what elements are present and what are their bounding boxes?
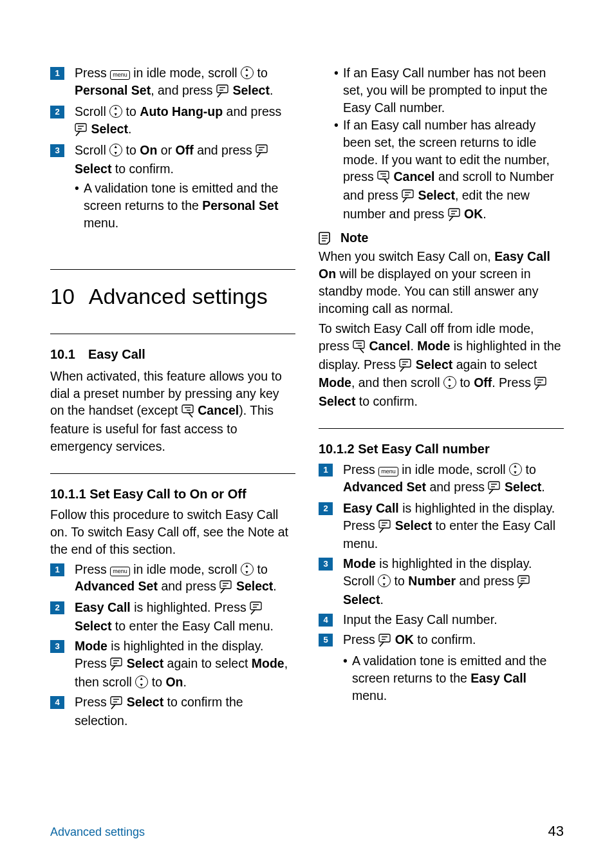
- text-bold: Easy Call: [343, 501, 399, 515]
- page-number: 43: [548, 823, 564, 840]
- divider: [50, 269, 295, 270]
- text: Scroll: [75, 143, 109, 157]
- soft-key-right-icon: [353, 339, 366, 356]
- menu-icon: menu: [110, 70, 130, 80]
- bullet-dot-icon: •: [343, 652, 352, 670]
- page-footer: Advanced settings 43: [50, 823, 564, 840]
- nav-wheel-icon: [135, 675, 148, 688]
- subsection-heading: 10.1.1 Set Easy Call to On or Off: [50, 486, 295, 504]
- text: to: [254, 66, 268, 80]
- soft-key-left-icon: [399, 357, 412, 375]
- paragraph: To switch Easy Call off from idle mode, …: [319, 320, 564, 411]
- soft-key-right-icon: [377, 169, 390, 187]
- text-bold: Personal Set: [202, 198, 278, 212]
- step-number: 5: [323, 634, 328, 646]
- note-label: Note: [340, 229, 368, 247]
- step-3: 3 Mode is highlighted in the display. Sc…: [319, 555, 564, 609]
- step-3: 3 Scroll to On or Off and press Select t…: [50, 142, 295, 178]
- text-bold: Cancel: [369, 339, 411, 353]
- text: and press: [426, 480, 488, 494]
- text-bold: Cancel: [394, 169, 435, 184]
- step-badge: 1: [319, 464, 333, 476]
- text: and press: [194, 143, 256, 157]
- text: .: [541, 480, 544, 494]
- step-badge: 5: [319, 634, 333, 646]
- step-1: 1 Press menu in idle mode, scroll to Adv…: [319, 461, 564, 497]
- note-heading: Note: [319, 229, 564, 247]
- nav-wheel-icon: [109, 144, 122, 156]
- text: to: [254, 562, 268, 576]
- step-2: 2 Easy Call is highlighted in the displa…: [319, 500, 564, 553]
- soft-key-left-icon: [250, 600, 263, 618]
- menu-icon: menu: [110, 567, 130, 576]
- step-badge: 2: [319, 502, 333, 515]
- step-4: 4 Press Select to confirm the selection.: [50, 693, 295, 730]
- step-number: 4: [55, 697, 59, 708]
- text-bold: Personal Set: [75, 83, 151, 97]
- bullet-dot-icon: •: [334, 117, 343, 134]
- nav-wheel-icon: [241, 66, 254, 79]
- text-bold: Number: [408, 574, 456, 588]
- text-bold: On: [140, 143, 157, 157]
- text: to confirm.: [355, 394, 417, 408]
- step-number: 2: [55, 602, 59, 614]
- text-bold: Select: [319, 394, 355, 408]
- divider: [50, 473, 295, 474]
- text-bold: Mode: [252, 656, 284, 670]
- text-bold: Mode: [75, 639, 107, 653]
- soft-key-left-icon: [75, 122, 88, 139]
- text: to: [122, 104, 140, 118]
- text-bold: Auto Hang-up: [140, 104, 223, 118]
- step-number: 1: [323, 464, 328, 476]
- chapter-title: Advanced settings: [89, 281, 268, 312]
- soft-key-left-icon: [448, 207, 461, 224]
- text-bold: Select: [395, 518, 432, 533]
- step-number: 2: [323, 503, 328, 514]
- text: in idle mode, scroll: [130, 562, 241, 576]
- soft-key-left-icon: [378, 518, 391, 536]
- text: , and then scroll: [351, 375, 443, 390]
- note-icon: [319, 231, 333, 245]
- text: .: [128, 122, 131, 136]
- text-bold: Select: [236, 579, 273, 593]
- text: again to select: [452, 357, 537, 372]
- bullet-dot-icon: •: [75, 180, 84, 197]
- step-number: 3: [55, 641, 59, 652]
- chapter-heading: 10 Advanced settings: [50, 281, 295, 312]
- bullet-dot-icon: •: [334, 64, 343, 82]
- paragraph: Follow this procedure to switch Easy Cal…: [50, 506, 295, 558]
- section-title: Easy Call: [88, 346, 145, 364]
- step-number: 2: [55, 106, 59, 118]
- bullet-item: • A validation tone is emitted and the s…: [75, 180, 295, 232]
- text-bold: Mode: [417, 339, 450, 353]
- bullet-item: • A validation tone is emitted and the s…: [343, 652, 564, 704]
- text-bold: Select: [75, 162, 111, 176]
- step-badge: 1: [50, 563, 64, 576]
- section-number: 10.1: [50, 346, 75, 364]
- text-bold: Select: [416, 357, 452, 372]
- soft-key-left-icon: [534, 375, 547, 393]
- text-bold: Advanced Set: [75, 579, 158, 593]
- text: to: [391, 574, 408, 588]
- soft-key-right-icon: [181, 403, 194, 420]
- soft-key-left-icon: [488, 480, 501, 497]
- step-2: 2 Scroll to Auto Hang-up and press Selec…: [50, 103, 295, 139]
- text-bold: Select: [91, 122, 127, 136]
- nav-wheel-icon: [109, 105, 122, 118]
- text-bold: Cancel: [198, 403, 239, 417]
- text: Press: [343, 462, 378, 476]
- step-5: 5 Press OK to confirm.: [319, 631, 564, 650]
- step-2: 2 Easy Call is highlighted. Press Select…: [50, 599, 295, 635]
- text-bold: Select: [505, 480, 541, 494]
- menu-icon: menu: [378, 467, 398, 476]
- text: in idle mode, scroll: [398, 462, 509, 476]
- text: Scroll: [75, 104, 109, 118]
- text: .: [483, 207, 486, 221]
- nav-wheel-icon: [241, 563, 254, 576]
- step-4: 4 Input the Easy Call number.: [319, 611, 564, 628]
- step-number: 4: [323, 614, 328, 626]
- soft-key-left-icon: [402, 188, 414, 205]
- soft-key-left-icon: [219, 579, 232, 596]
- text-bold: Advanced Set: [343, 480, 426, 494]
- text: and press: [223, 104, 281, 118]
